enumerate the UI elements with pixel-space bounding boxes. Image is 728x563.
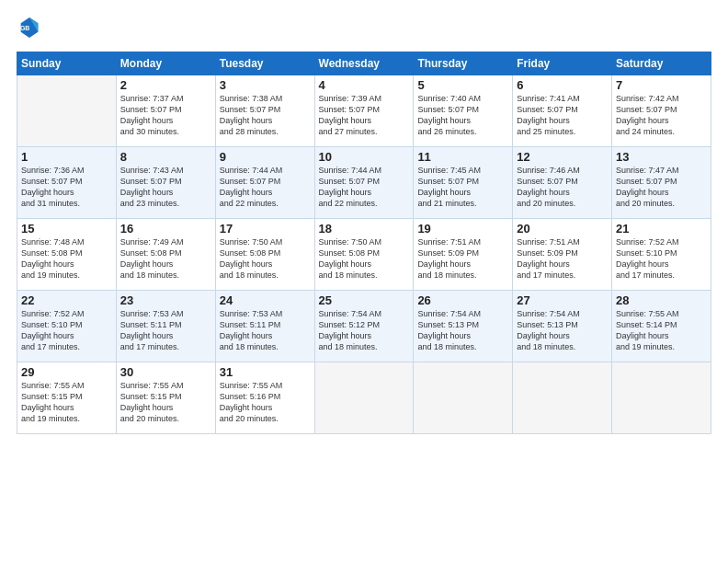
- calendar-cell: [314, 362, 414, 434]
- day-info: Sunrise: 7:48 AMSunset: 5:08 PMDaylight …: [21, 236, 112, 282]
- calendar-week-0: 2Sunrise: 7:37 AMSunset: 5:07 PMDaylight…: [17, 75, 711, 147]
- day-number: 16: [120, 222, 211, 236]
- day-info: Sunrise: 7:52 AMSunset: 5:10 PMDaylight …: [616, 236, 707, 282]
- dow-header-monday: Monday: [116, 52, 215, 75]
- day-info: Sunrise: 7:50 AMSunset: 5:08 PMDaylight …: [319, 236, 410, 282]
- calendar-cell: 22Sunrise: 7:52 AMSunset: 5:10 PMDayligh…: [17, 291, 117, 362]
- dow-header-sunday: Sunday: [17, 52, 117, 75]
- day-number: 8: [120, 150, 211, 164]
- day-info: Sunrise: 7:52 AMSunset: 5:10 PMDaylight …: [21, 308, 112, 353]
- calendar-cell: [17, 75, 117, 147]
- day-number: 4: [319, 78, 410, 92]
- calendar-cell: 6Sunrise: 7:41 AMSunset: 5:07 PMDaylight…: [513, 75, 612, 147]
- calendar-cell: 23Sunrise: 7:53 AMSunset: 5:11 PMDayligh…: [116, 291, 215, 362]
- day-number: 21: [616, 222, 707, 236]
- day-info: Sunrise: 7:43 AMSunset: 5:07 PMDaylight …: [120, 165, 211, 210]
- day-number: 2: [120, 78, 211, 92]
- day-info: Sunrise: 7:40 AMSunset: 5:07 PMDaylight …: [417, 93, 508, 138]
- day-info: Sunrise: 7:54 AMSunset: 5:12 PMDaylight …: [319, 308, 410, 353]
- calendar-cell: 10Sunrise: 7:44 AMSunset: 5:07 PMDayligh…: [314, 147, 414, 219]
- day-number: 9: [220, 150, 311, 164]
- day-info: Sunrise: 7:51 AMSunset: 5:09 PMDaylight …: [417, 236, 508, 282]
- day-info: Sunrise: 7:54 AMSunset: 5:13 PMDaylight …: [417, 308, 508, 353]
- calendar-cell: 30Sunrise: 7:55 AMSunset: 5:15 PMDayligh…: [116, 362, 215, 434]
- calendar-week-4: 29Sunrise: 7:55 AMSunset: 5:15 PMDayligh…: [17, 362, 711, 434]
- header: GB: [17, 15, 711, 40]
- calendar-week-1: 1Sunrise: 7:36 AMSunset: 5:07 PMDaylight…: [17, 147, 711, 219]
- calendar-table: SundayMondayTuesdayWednesdayThursdayFrid…: [17, 52, 711, 434]
- calendar-cell: 20Sunrise: 7:51 AMSunset: 5:09 PMDayligh…: [513, 219, 612, 291]
- calendar-cell: 1Sunrise: 7:36 AMSunset: 5:07 PMDaylight…: [17, 147, 117, 219]
- day-info: Sunrise: 7:45 AMSunset: 5:07 PMDaylight …: [417, 165, 508, 210]
- day-number: 10: [319, 150, 410, 164]
- calendar-cell: 18Sunrise: 7:50 AMSunset: 5:08 PMDayligh…: [314, 219, 414, 291]
- day-number: 5: [417, 78, 508, 92]
- calendar-cell: 16Sunrise: 7:49 AMSunset: 5:08 PMDayligh…: [116, 219, 215, 291]
- day-number: 22: [21, 293, 112, 307]
- day-number: 6: [517, 78, 608, 92]
- calendar-cell: 3Sunrise: 7:38 AMSunset: 5:07 PMDaylight…: [215, 75, 314, 147]
- calendar-cell: 25Sunrise: 7:54 AMSunset: 5:12 PMDayligh…: [314, 291, 414, 362]
- day-number: 31: [220, 365, 311, 379]
- dow-header-saturday: Saturday: [612, 52, 711, 75]
- calendar-cell: 8Sunrise: 7:43 AMSunset: 5:07 PMDaylight…: [116, 147, 215, 219]
- day-info: Sunrise: 7:44 AMSunset: 5:07 PMDaylight …: [319, 165, 410, 210]
- day-number: 3: [220, 78, 311, 92]
- day-info: Sunrise: 7:53 AMSunset: 5:11 PMDaylight …: [220, 308, 311, 353]
- calendar-cell: 9Sunrise: 7:44 AMSunset: 5:07 PMDaylight…: [215, 147, 314, 219]
- day-info: Sunrise: 7:47 AMSunset: 5:07 PMDaylight …: [616, 165, 707, 210]
- calendar-cell: 26Sunrise: 7:54 AMSunset: 5:13 PMDayligh…: [414, 291, 513, 362]
- day-number: 28: [616, 293, 707, 307]
- day-info: Sunrise: 7:54 AMSunset: 5:13 PMDaylight …: [517, 308, 608, 353]
- calendar-cell: 27Sunrise: 7:54 AMSunset: 5:13 PMDayligh…: [513, 291, 612, 362]
- dow-header-wednesday: Wednesday: [314, 52, 414, 75]
- day-number: 17: [220, 222, 311, 236]
- day-info: Sunrise: 7:49 AMSunset: 5:08 PMDaylight …: [120, 236, 211, 282]
- day-number: 13: [616, 150, 707, 164]
- logo: GB: [17, 15, 46, 40]
- day-info: Sunrise: 7:36 AMSunset: 5:07 PMDaylight …: [21, 165, 112, 210]
- day-info: Sunrise: 7:55 AMSunset: 5:15 PMDaylight …: [21, 380, 112, 425]
- day-info: Sunrise: 7:50 AMSunset: 5:08 PMDaylight …: [220, 236, 311, 282]
- day-number: 26: [417, 293, 508, 307]
- calendar-cell: [513, 362, 612, 434]
- calendar-cell: 12Sunrise: 7:46 AMSunset: 5:07 PMDayligh…: [513, 147, 612, 219]
- dow-header-friday: Friday: [513, 52, 612, 75]
- day-number: 24: [220, 293, 311, 307]
- day-number: 1: [21, 150, 112, 164]
- calendar-cell: 7Sunrise: 7:42 AMSunset: 5:07 PMDaylight…: [612, 75, 711, 147]
- calendar-week-2: 15Sunrise: 7:48 AMSunset: 5:08 PMDayligh…: [17, 219, 711, 291]
- calendar-cell: 13Sunrise: 7:47 AMSunset: 5:07 PMDayligh…: [612, 147, 711, 219]
- day-number: 29: [21, 365, 112, 379]
- logo-icon: GB: [17, 15, 42, 40]
- day-info: Sunrise: 7:46 AMSunset: 5:07 PMDaylight …: [517, 165, 608, 210]
- calendar-cell: 11Sunrise: 7:45 AMSunset: 5:07 PMDayligh…: [414, 147, 513, 219]
- dow-header-tuesday: Tuesday: [215, 52, 314, 75]
- calendar-cell: 29Sunrise: 7:55 AMSunset: 5:15 PMDayligh…: [17, 362, 117, 434]
- day-number: 18: [319, 222, 410, 236]
- calendar-cell: 21Sunrise: 7:52 AMSunset: 5:10 PMDayligh…: [612, 219, 711, 291]
- day-number: 23: [120, 293, 211, 307]
- day-number: 11: [417, 150, 508, 164]
- day-info: Sunrise: 7:51 AMSunset: 5:09 PMDaylight …: [517, 236, 608, 282]
- day-number: 20: [517, 222, 608, 236]
- calendar-cell: [414, 362, 513, 434]
- day-number: 27: [517, 293, 608, 307]
- day-number: 7: [616, 78, 707, 92]
- calendar-cell: [612, 362, 711, 434]
- calendar-cell: 24Sunrise: 7:53 AMSunset: 5:11 PMDayligh…: [215, 291, 314, 362]
- calendar-cell: 19Sunrise: 7:51 AMSunset: 5:09 PMDayligh…: [414, 219, 513, 291]
- calendar-week-3: 22Sunrise: 7:52 AMSunset: 5:10 PMDayligh…: [17, 291, 711, 362]
- day-info: Sunrise: 7:37 AMSunset: 5:07 PMDaylight …: [120, 93, 211, 138]
- day-info: Sunrise: 7:55 AMSunset: 5:14 PMDaylight …: [616, 308, 707, 353]
- day-number: 25: [319, 293, 410, 307]
- day-info: Sunrise: 7:55 AMSunset: 5:15 PMDaylight …: [120, 380, 211, 425]
- day-number: 19: [417, 222, 508, 236]
- day-info: Sunrise: 7:53 AMSunset: 5:11 PMDaylight …: [120, 308, 211, 353]
- calendar-cell: 15Sunrise: 7:48 AMSunset: 5:08 PMDayligh…: [17, 219, 117, 291]
- dow-header-thursday: Thursday: [414, 52, 513, 75]
- calendar-cell: 31Sunrise: 7:55 AMSunset: 5:16 PMDayligh…: [215, 362, 314, 434]
- day-number: 15: [21, 222, 112, 236]
- day-info: Sunrise: 7:41 AMSunset: 5:07 PMDaylight …: [517, 93, 608, 138]
- day-number: 30: [120, 365, 211, 379]
